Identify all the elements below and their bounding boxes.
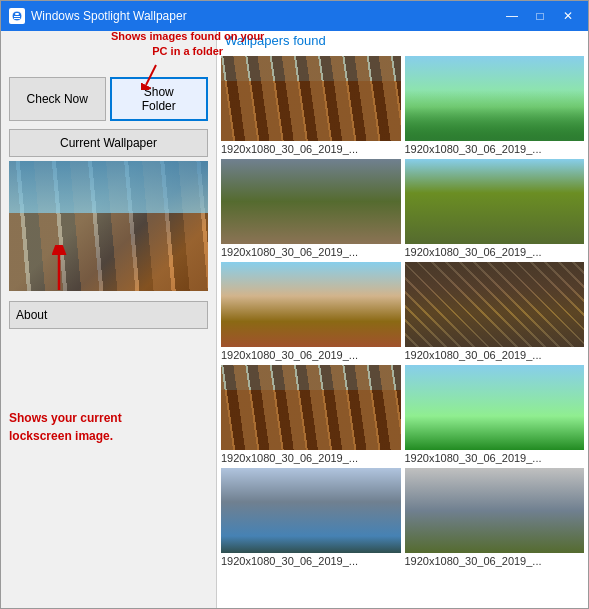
wallpapers-found-label: Wallpapers found [217,31,588,52]
thumbnail-image [405,468,585,553]
list-item[interactable]: 1920x1080_30_06_2019_... [405,468,585,567]
list-item[interactable]: 1920x1080_30_06_2019_... [221,468,401,567]
main-window: Windows Spotlight Wallpaper — □ ✕ Shows … [0,0,589,609]
current-wallpaper-button[interactable]: Current Wallpaper [9,129,208,157]
close-button[interactable]: ✕ [556,6,580,26]
svg-rect-1 [15,13,19,15]
thumbnail-label: 1920x1080_30_06_2019_... [405,246,585,258]
thumbnail-label: 1920x1080_30_06_2019_... [221,349,401,361]
svg-rect-2 [14,16,20,17]
show-folder-button[interactable]: Show Folder [110,77,209,121]
title-bar: Windows Spotlight Wallpaper — □ ✕ [1,1,588,31]
thumbnail[interactable] [405,262,585,347]
thumbnail[interactable] [405,56,585,141]
thumbnail-image [221,365,401,450]
thumbnail-image [221,468,401,553]
thumbnail[interactable] [221,365,401,450]
thumbnail-image [405,159,585,244]
thumbnail-image [221,56,401,141]
thumbnail[interactable] [405,159,585,244]
thumbnail[interactable] [221,56,401,141]
thumbnail[interactable] [221,159,401,244]
about-button[interactable]: About [9,301,208,329]
thumbnail-label: 1920x1080_30_06_2019_... [405,555,585,567]
list-item[interactable]: 1920x1080_30_06_2019_... [405,365,585,464]
wallpaper-grid: 1920x1080_30_06_2019_...1920x1080_30_06_… [221,56,584,567]
thumbnail-label: 1920x1080_30_06_2019_... [221,246,401,258]
thumbnail-label: 1920x1080_30_06_2019_... [221,555,401,567]
svg-rect-3 [14,18,20,19]
window-controls: — □ ✕ [500,6,580,26]
list-item[interactable]: 1920x1080_30_06_2019_... [405,262,585,361]
thumbnail-label: 1920x1080_30_06_2019_... [405,143,585,155]
button-row: Check Now Show Folder [9,77,208,121]
thumbnail[interactable] [405,468,585,553]
thumbnail[interactable] [221,468,401,553]
list-item[interactable]: 1920x1080_30_06_2019_... [405,56,585,155]
thumbnail-image [221,262,401,347]
thumbnail-label: 1920x1080_30_06_2019_... [221,452,401,464]
thumbnail-image [405,365,585,450]
app-icon [9,8,25,24]
left-panel: Shows images found on yourPC in a folder… [1,31,216,608]
maximize-button[interactable]: □ [528,6,552,26]
thumbnail[interactable] [405,365,585,450]
thumbnail-label: 1920x1080_30_06_2019_... [405,452,585,464]
thumbnail-image [405,262,585,347]
thumbnail-label: 1920x1080_30_06_2019_... [221,143,401,155]
annotation-shows-current: Shows your currentlockscreen image. [9,409,208,445]
list-item[interactable]: 1920x1080_30_06_2019_... [221,159,401,258]
right-panel: Wallpapers found 1920x1080_30_06_2019_..… [216,31,588,608]
list-item[interactable]: 1920x1080_30_06_2019_... [221,56,401,155]
thumbnail[interactable] [221,262,401,347]
check-now-button[interactable]: Check Now [9,77,106,121]
thumbnail-image [405,56,585,141]
grid-area[interactable]: 1920x1080_30_06_2019_...1920x1080_30_06_… [217,52,588,608]
list-item[interactable]: 1920x1080_30_06_2019_... [221,262,401,361]
window-title: Windows Spotlight Wallpaper [31,9,500,23]
thumbnail-image [221,159,401,244]
list-item[interactable]: 1920x1080_30_06_2019_... [221,365,401,464]
list-item[interactable]: 1920x1080_30_06_2019_... [405,159,585,258]
content-area: Shows images found on yourPC in a folder… [1,31,588,608]
thumbnail-label: 1920x1080_30_06_2019_... [405,349,585,361]
minimize-button[interactable]: — [500,6,524,26]
